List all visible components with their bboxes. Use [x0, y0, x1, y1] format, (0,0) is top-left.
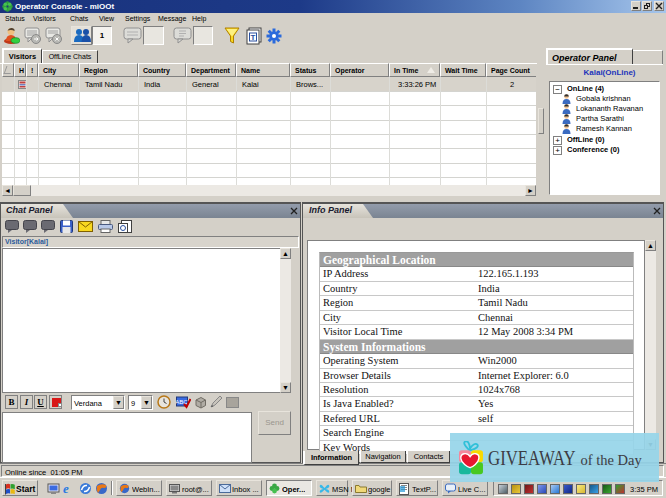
- svg-text:T: T: [251, 33, 256, 42]
- svg-text:ABC: ABC: [176, 399, 188, 405]
